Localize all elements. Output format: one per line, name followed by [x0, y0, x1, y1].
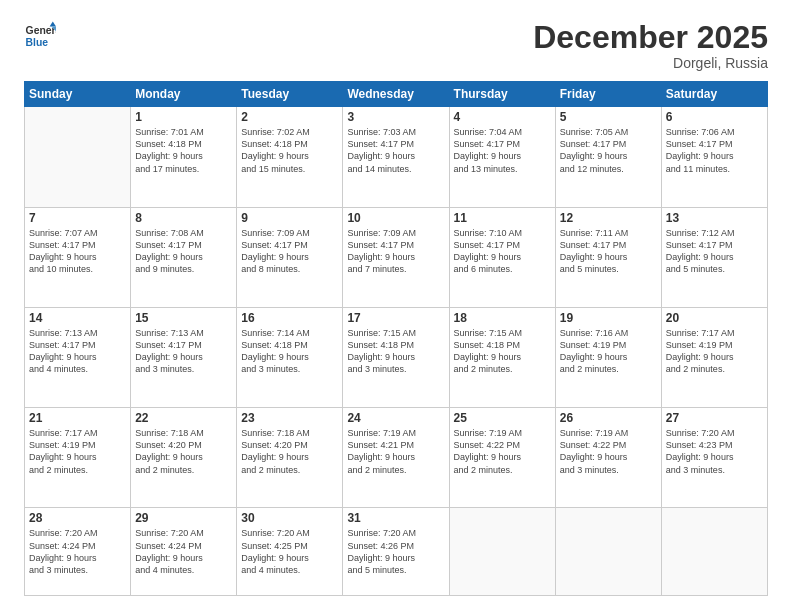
col-saturday: Saturday	[661, 82, 767, 107]
table-row: 7Sunrise: 7:07 AM Sunset: 4:17 PM Daylig…	[25, 207, 131, 307]
day-number: 12	[560, 211, 657, 225]
logo-icon: General Blue	[24, 20, 56, 52]
day-number: 15	[135, 311, 232, 325]
day-number: 25	[454, 411, 551, 425]
day-number: 7	[29, 211, 126, 225]
table-row: 11Sunrise: 7:10 AM Sunset: 4:17 PM Dayli…	[449, 207, 555, 307]
table-row: 5Sunrise: 7:05 AM Sunset: 4:17 PM Daylig…	[555, 107, 661, 207]
day-number: 1	[135, 110, 232, 124]
day-info: Sunrise: 7:01 AM Sunset: 4:18 PM Dayligh…	[135, 126, 232, 175]
day-number: 8	[135, 211, 232, 225]
day-info: Sunrise: 7:16 AM Sunset: 4:19 PM Dayligh…	[560, 327, 657, 376]
table-row: 23Sunrise: 7:18 AM Sunset: 4:20 PM Dayli…	[237, 408, 343, 508]
page: General Blue December 2025 Dorgeli, Russ…	[0, 0, 792, 612]
table-row: 17Sunrise: 7:15 AM Sunset: 4:18 PM Dayli…	[343, 307, 449, 407]
day-number: 10	[347, 211, 444, 225]
table-row: 26Sunrise: 7:19 AM Sunset: 4:22 PM Dayli…	[555, 408, 661, 508]
title-area: December 2025 Dorgeli, Russia	[533, 20, 768, 71]
day-info: Sunrise: 7:20 AM Sunset: 4:26 PM Dayligh…	[347, 527, 444, 576]
table-row: 16Sunrise: 7:14 AM Sunset: 4:18 PM Dayli…	[237, 307, 343, 407]
day-info: Sunrise: 7:09 AM Sunset: 4:17 PM Dayligh…	[347, 227, 444, 276]
day-info: Sunrise: 7:07 AM Sunset: 4:17 PM Dayligh…	[29, 227, 126, 276]
table-row: 13Sunrise: 7:12 AM Sunset: 4:17 PM Dayli…	[661, 207, 767, 307]
day-number: 26	[560, 411, 657, 425]
table-row: 2Sunrise: 7:02 AM Sunset: 4:18 PM Daylig…	[237, 107, 343, 207]
table-row: 1Sunrise: 7:01 AM Sunset: 4:18 PM Daylig…	[131, 107, 237, 207]
day-number: 16	[241, 311, 338, 325]
table-row: 25Sunrise: 7:19 AM Sunset: 4:22 PM Dayli…	[449, 408, 555, 508]
col-wednesday: Wednesday	[343, 82, 449, 107]
header-row: Sunday Monday Tuesday Wednesday Thursday…	[25, 82, 768, 107]
table-row: 15Sunrise: 7:13 AM Sunset: 4:17 PM Dayli…	[131, 307, 237, 407]
table-row: 4Sunrise: 7:04 AM Sunset: 4:17 PM Daylig…	[449, 107, 555, 207]
day-info: Sunrise: 7:15 AM Sunset: 4:18 PM Dayligh…	[454, 327, 551, 376]
day-info: Sunrise: 7:19 AM Sunset: 4:22 PM Dayligh…	[560, 427, 657, 476]
table-row: 6Sunrise: 7:06 AM Sunset: 4:17 PM Daylig…	[661, 107, 767, 207]
svg-text:Blue: Blue	[26, 37, 49, 48]
svg-text:General: General	[26, 25, 56, 36]
day-info: Sunrise: 7:15 AM Sunset: 4:18 PM Dayligh…	[347, 327, 444, 376]
day-number: 18	[454, 311, 551, 325]
table-row: 19Sunrise: 7:16 AM Sunset: 4:19 PM Dayli…	[555, 307, 661, 407]
day-info: Sunrise: 7:06 AM Sunset: 4:17 PM Dayligh…	[666, 126, 763, 175]
day-info: Sunrise: 7:20 AM Sunset: 4:23 PM Dayligh…	[666, 427, 763, 476]
col-friday: Friday	[555, 82, 661, 107]
day-number: 24	[347, 411, 444, 425]
table-row	[25, 107, 131, 207]
day-number: 21	[29, 411, 126, 425]
col-thursday: Thursday	[449, 82, 555, 107]
day-info: Sunrise: 7:13 AM Sunset: 4:17 PM Dayligh…	[29, 327, 126, 376]
table-row: 28Sunrise: 7:20 AM Sunset: 4:24 PM Dayli…	[25, 508, 131, 596]
table-row: 22Sunrise: 7:18 AM Sunset: 4:20 PM Dayli…	[131, 408, 237, 508]
day-number: 29	[135, 511, 232, 525]
table-row: 31Sunrise: 7:20 AM Sunset: 4:26 PM Dayli…	[343, 508, 449, 596]
table-row: 24Sunrise: 7:19 AM Sunset: 4:21 PM Dayli…	[343, 408, 449, 508]
table-row: 12Sunrise: 7:11 AM Sunset: 4:17 PM Dayli…	[555, 207, 661, 307]
table-row	[555, 508, 661, 596]
table-row: 10Sunrise: 7:09 AM Sunset: 4:17 PM Dayli…	[343, 207, 449, 307]
table-row	[449, 508, 555, 596]
day-number: 2	[241, 110, 338, 124]
day-info: Sunrise: 7:20 AM Sunset: 4:24 PM Dayligh…	[135, 527, 232, 576]
day-number: 20	[666, 311, 763, 325]
day-info: Sunrise: 7:10 AM Sunset: 4:17 PM Dayligh…	[454, 227, 551, 276]
header: General Blue December 2025 Dorgeli, Russ…	[24, 20, 768, 71]
table-row: 21Sunrise: 7:17 AM Sunset: 4:19 PM Dayli…	[25, 408, 131, 508]
day-number: 28	[29, 511, 126, 525]
col-tuesday: Tuesday	[237, 82, 343, 107]
logo: General Blue	[24, 20, 56, 52]
table-row: 9Sunrise: 7:09 AM Sunset: 4:17 PM Daylig…	[237, 207, 343, 307]
day-info: Sunrise: 7:02 AM Sunset: 4:18 PM Dayligh…	[241, 126, 338, 175]
day-number: 22	[135, 411, 232, 425]
day-info: Sunrise: 7:18 AM Sunset: 4:20 PM Dayligh…	[135, 427, 232, 476]
location: Dorgeli, Russia	[533, 55, 768, 71]
day-number: 31	[347, 511, 444, 525]
day-number: 5	[560, 110, 657, 124]
day-number: 27	[666, 411, 763, 425]
day-number: 19	[560, 311, 657, 325]
day-number: 14	[29, 311, 126, 325]
table-row: 27Sunrise: 7:20 AM Sunset: 4:23 PM Dayli…	[661, 408, 767, 508]
day-info: Sunrise: 7:14 AM Sunset: 4:18 PM Dayligh…	[241, 327, 338, 376]
day-number: 9	[241, 211, 338, 225]
day-info: Sunrise: 7:18 AM Sunset: 4:20 PM Dayligh…	[241, 427, 338, 476]
table-row: 18Sunrise: 7:15 AM Sunset: 4:18 PM Dayli…	[449, 307, 555, 407]
day-number: 13	[666, 211, 763, 225]
day-number: 23	[241, 411, 338, 425]
table-row: 8Sunrise: 7:08 AM Sunset: 4:17 PM Daylig…	[131, 207, 237, 307]
day-number: 17	[347, 311, 444, 325]
day-info: Sunrise: 7:20 AM Sunset: 4:24 PM Dayligh…	[29, 527, 126, 576]
table-row	[661, 508, 767, 596]
day-info: Sunrise: 7:05 AM Sunset: 4:17 PM Dayligh…	[560, 126, 657, 175]
col-sunday: Sunday	[25, 82, 131, 107]
day-info: Sunrise: 7:13 AM Sunset: 4:17 PM Dayligh…	[135, 327, 232, 376]
day-number: 4	[454, 110, 551, 124]
day-info: Sunrise: 7:19 AM Sunset: 4:22 PM Dayligh…	[454, 427, 551, 476]
col-monday: Monday	[131, 82, 237, 107]
table-row: 29Sunrise: 7:20 AM Sunset: 4:24 PM Dayli…	[131, 508, 237, 596]
day-info: Sunrise: 7:03 AM Sunset: 4:17 PM Dayligh…	[347, 126, 444, 175]
day-number: 30	[241, 511, 338, 525]
day-info: Sunrise: 7:11 AM Sunset: 4:17 PM Dayligh…	[560, 227, 657, 276]
day-info: Sunrise: 7:17 AM Sunset: 4:19 PM Dayligh…	[666, 327, 763, 376]
svg-marker-2	[50, 22, 56, 27]
